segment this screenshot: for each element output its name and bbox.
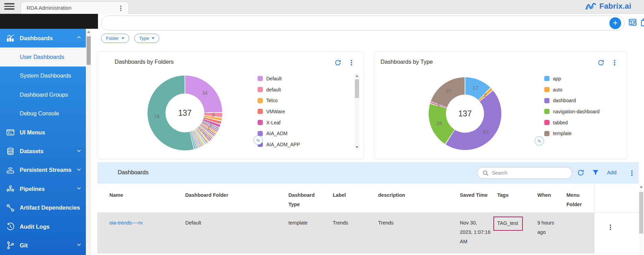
table-toolbar: Dashboards Add	[97, 162, 639, 184]
legend-item[interactable]: dashboard	[544, 95, 600, 106]
sidebar-item-dashboard-groups[interactable]: Dashboard Groups	[0, 85, 86, 104]
fabrix-wave-icon	[585, 2, 597, 11]
sidebar-item-debug-console[interactable]: Debug Console	[0, 104, 86, 123]
search-icon	[482, 170, 489, 178]
dashboards-by-type-card: Dashboards by Type 137 1726228127 appaut…	[374, 51, 627, 159]
sidebar-item-dashboards[interactable]: Dashboards	[0, 29, 86, 47]
chevron-up-icon[interactable]	[76, 35, 82, 42]
row-kebab-icon[interactable]	[610, 227, 611, 228]
legend-item[interactable]: Telco	[258, 95, 300, 106]
sidebar-item-persistent-streams[interactable]: Persistent Streams	[0, 161, 86, 179]
sidebar-item-label: Dashboard Groups	[20, 91, 68, 98]
legend-label: AIA_ADM	[266, 131, 287, 136]
legend-swatch	[544, 76, 549, 81]
folder-filter-chip[interactable]: Folder	[101, 34, 129, 43]
percent-toggle-button[interactable]: %	[535, 136, 544, 146]
legend-scrollbar[interactable]	[355, 73, 359, 150]
col-header-tags[interactable]: Tags	[497, 184, 537, 212]
sidebar-item-git[interactable]: Git	[0, 236, 86, 255]
chevron-down-icon[interactable]	[76, 167, 82, 174]
sidebar-item-user-dashboards[interactable]: User Dashboards	[0, 47, 86, 66]
table-search-input[interactable]	[492, 167, 566, 178]
caret-down-icon	[152, 37, 154, 39]
caret-down-icon	[122, 37, 124, 39]
col-header-menu-folder[interactable]: Menu Folder	[566, 184, 594, 212]
sidebar-item-label: System Dashboards	[20, 72, 71, 79]
legend-swatch	[544, 120, 549, 125]
legend-item[interactable]: app	[544, 73, 600, 84]
col-header-saved-time[interactable]: Saved Time	[460, 184, 497, 212]
sidebar-item-label: Debug Console	[20, 110, 59, 117]
col-header-actions	[594, 184, 639, 212]
chevron-down-icon[interactable]	[76, 242, 82, 249]
card-kebab-icon[interactable]	[351, 62, 352, 63]
content-scrollbar[interactable]	[86, 29, 91, 255]
history-clock-icon	[5, 222, 16, 231]
legend-item[interactable]: AIA_ADM	[258, 128, 300, 139]
legend-item[interactable]: AIA_ADM_APP	[258, 139, 300, 150]
folders-donut-chart[interactable]: 137 3431174	[147, 76, 222, 150]
card-title: Dashboards by Type	[381, 59, 433, 65]
dashboard-name-link[interactable]: oia-trends----rv	[109, 220, 143, 226]
table-search-box[interactable]	[477, 167, 572, 179]
history-table-icon[interactable]	[628, 18, 637, 28]
chevron-down-icon[interactable]	[76, 185, 82, 192]
legend-item[interactable]: tabbed	[544, 117, 600, 128]
donut-total: 137	[458, 109, 472, 118]
table-row[interactable]: oia-trends----rv Default template Trends…	[97, 213, 639, 254]
legend-label: Telco	[266, 98, 278, 103]
terminal-window-icon	[5, 128, 16, 137]
table-title: Dashboards	[118, 169, 149, 176]
legend-item[interactable]: navigation-dashboard	[544, 106, 600, 117]
legend-label: app	[553, 76, 561, 81]
sidebar-item-label: User Dashboards	[20, 54, 64, 60]
add-dashboard-button[interactable]: Add	[607, 169, 617, 176]
legend-item[interactable]: default	[258, 84, 300, 95]
database-icon	[5, 147, 16, 156]
type-filter-chip[interactable]: Type	[134, 34, 159, 43]
legend-item[interactable]: X-Leaf	[258, 117, 300, 128]
card-kebab-icon[interactable]	[614, 62, 615, 63]
sidebar-item-pipelines[interactable]: Pipelines	[0, 179, 86, 198]
sidebar-item-datasets[interactable]: Datasets	[0, 142, 86, 160]
cell-description: Trends	[378, 213, 460, 254]
table-refresh-icon[interactable]	[577, 169, 585, 178]
legend-swatch	[258, 120, 263, 125]
slice-value-label: 28	[436, 121, 442, 126]
col-header-name[interactable]: Name	[97, 184, 185, 212]
table-scrollbar[interactable]	[639, 184, 644, 255]
sidebar-item-artifact-dependencies[interactable]: Artifact Dependencies	[0, 199, 86, 217]
filter-funnel-icon[interactable]	[592, 169, 599, 178]
add-widget-button[interactable]: +	[609, 17, 621, 29]
col-header-dashboard-folder[interactable]: Dashboard Folder	[185, 184, 288, 212]
legend-label: dashboard	[553, 98, 576, 103]
refresh-icon[interactable]	[334, 59, 342, 68]
refresh-icon[interactable]	[597, 59, 605, 68]
legend-item[interactable]: template	[544, 128, 600, 139]
legend-item[interactable]: auto	[544, 84, 600, 95]
tab-kebab-icon[interactable]	[120, 8, 122, 9]
legend-label: tabbed	[553, 120, 568, 125]
type-donut-chart[interactable]: 137 1726228127	[429, 77, 501, 150]
copy-pages-icon[interactable]	[640, 18, 644, 28]
chevron-down-icon[interactable]	[76, 148, 82, 155]
legend-label: navigation-dashboard	[553, 109, 600, 114]
toolbar-kebab-icon[interactable]	[631, 173, 633, 174]
sidebar-item-ui-menus[interactable]: UI Menus	[0, 123, 86, 142]
col-header-when[interactable]: When	[537, 184, 566, 212]
hamburger-menu-icon[interactable]	[4, 3, 15, 11]
browser-tab[interactable]: RDA Administration	[21, 1, 129, 14]
percent-toggle-button[interactable]: %	[253, 135, 263, 145]
browser-top-bar: RDA Administration Fabrix.ai	[0, 0, 644, 14]
sidebar-item-label: UI Menus	[20, 129, 45, 136]
sidebar-item-system-dashboards[interactable]: System Dashboards	[0, 67, 86, 85]
col-header-dashboard-type[interactable]: Dashboard Type	[288, 184, 333, 212]
legend-item[interactable]: Default	[258, 73, 300, 84]
global-search-bar[interactable]	[101, 16, 625, 30]
legend-item[interactable]: VMWare	[258, 106, 300, 117]
col-header-label[interactable]: Label	[333, 184, 378, 212]
sidebar-item-audit-logs[interactable]: Audit Logs	[0, 217, 86, 236]
legend-swatch	[544, 109, 549, 114]
dashboards-chart-icon	[5, 34, 16, 43]
col-header-description[interactable]: description	[378, 184, 460, 212]
